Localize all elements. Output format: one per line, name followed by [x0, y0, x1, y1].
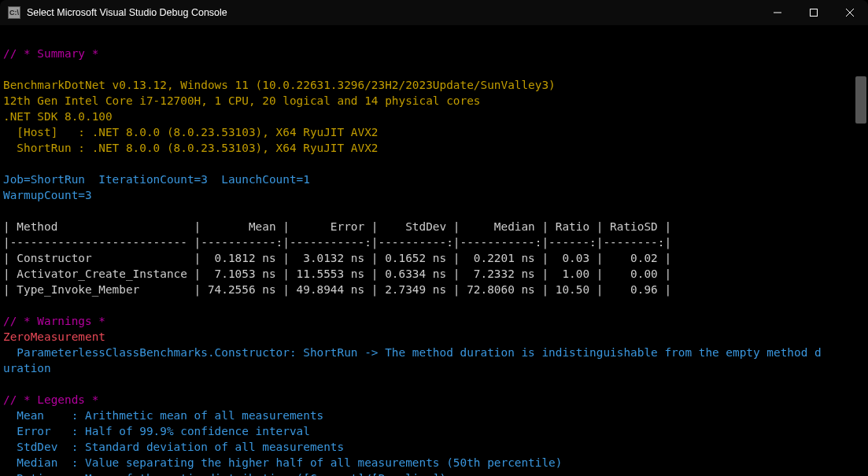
summary-header: // * Summary * — [3, 47, 98, 60]
table-row: | Activator_Create_Instance | 7.1053 ns … — [3, 268, 671, 280]
legend-line: Error : Half of 99.9% confidence interva… — [3, 425, 310, 437]
console-output: // * Summary * BenchmarkDotNet v0.13.12,… — [0, 25, 868, 476]
minimize-button[interactable] — [759, 0, 796, 25]
env-line: BenchmarkDotNet v0.13.12, Windows 11 (10… — [3, 79, 556, 91]
job-line: Job=ShortRun IterationCount=3 LaunchCoun… — [3, 173, 310, 186]
table-divider: |-------------------------- |-----------… — [3, 236, 671, 249]
maximize-icon — [810, 9, 818, 17]
vertical-scrollbar[interactable] — [855, 76, 866, 124]
app-icon: C:\ — [8, 6, 20, 19]
legend-line: Mean : Arithmetic mean of all measuremen… — [3, 409, 323, 422]
job-line: WarmupCount=3 — [3, 189, 92, 201]
close-button[interactable] — [832, 0, 868, 25]
table-row: | Constructor | 0.1812 ns | 3.0132 ns | … — [3, 252, 671, 264]
svg-rect-1 — [811, 9, 818, 17]
env-line: ShortRun : .NET 8.0.0 (8.0.23.53103), X6… — [3, 142, 379, 154]
legend-line: Median : Value separating the higher hal… — [3, 456, 562, 469]
table-row: | Type_Invoke_Member | 74.2556 ns | 49.8… — [3, 283, 671, 296]
close-icon — [846, 9, 854, 17]
maximize-button[interactable] — [796, 0, 832, 25]
minimize-icon — [774, 9, 781, 17]
table-header: | Method | Mean | Error | StdDev | Media… — [3, 220, 671, 233]
window-titlebar: C:\ Select Microsoft Visual Studio Debug… — [0, 0, 868, 25]
warnings-body: ParameterlessClassBenchmarks.Constructor… — [3, 346, 822, 359]
window-title: Select Microsoft Visual Studio Debug Con… — [27, 5, 227, 20]
env-line: [Host] : .NET 8.0.0 (8.0.23.53103), X64 … — [3, 126, 379, 138]
warnings-sub: ZeroMeasurement — [3, 330, 105, 343]
legend-line: StdDev : Standard deviation of all measu… — [3, 441, 344, 453]
warnings-body: uration — [3, 362, 51, 375]
env-line: .NET SDK 8.0.100 — [3, 110, 113, 123]
legend-line: Ratio : Mean of the ratio distribution (… — [3, 472, 446, 476]
env-line: 12th Gen Intel Core i7-12700H, 1 CPU, 20… — [3, 94, 480, 107]
warnings-header: // * Warnings * — [3, 315, 105, 327]
legends-header: // * Legends * — [3, 393, 98, 406]
